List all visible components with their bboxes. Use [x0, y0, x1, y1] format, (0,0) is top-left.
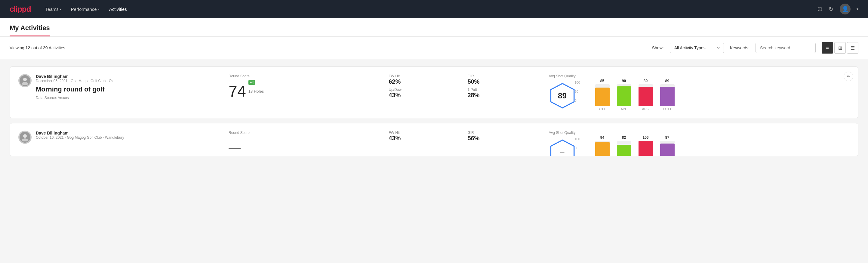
fw-hit-label: FW Hit [389, 130, 460, 135]
chevron-down-icon: ▾ [60, 7, 61, 11]
nav-item-performance[interactable]: Performance ▾ [71, 4, 99, 14]
stats-section: FW Hit 62% GIR 50% Up/Down 43% 1 Putt 28… [389, 74, 539, 99]
bar-track [595, 141, 610, 156]
page-title: My Activities [10, 18, 50, 36]
gir-value: 56% [467, 135, 539, 142]
avg-shot-value: — [560, 150, 564, 155]
list-full-icon: ☰ [850, 45, 855, 51]
bar-label: ARG [642, 107, 649, 111]
bar-group: 94OTT [595, 136, 610, 156]
viewing-prefix: Viewing [10, 46, 26, 50]
logo[interactable]: clippd [10, 4, 31, 14]
view-grid-button[interactable]: ⊞ [834, 42, 846, 54]
round-score-section: Round Score 74 +4 18 Holes [228, 74, 379, 99]
hexagon: — [549, 139, 576, 156]
nav-teams-label: Teams [45, 7, 59, 12]
up-down-label: Up/Down [389, 88, 460, 92]
view-toggle-group: ≡ ⊞ ☰ [822, 42, 858, 54]
gir-label: GIR [467, 74, 539, 78]
bar-fill [639, 87, 653, 106]
activities-content: ✏ Dave Billingham December 05, 2021 - Go… [0, 59, 868, 164]
fw-hit-label: FW Hit [389, 74, 460, 78]
up-down-value: 43% [389, 92, 460, 99]
avg-shot-label: Avg Shot Quality [549, 130, 850, 135]
gir-stat: GIR 56% [467, 130, 539, 142]
viewing-total: 29 [43, 46, 48, 50]
bar-value: 89 [665, 79, 669, 83]
bar-group: 106ARG [639, 136, 653, 156]
search-input[interactable] [755, 43, 816, 53]
viewing-suffix: Activities [48, 46, 65, 50]
gir-value: 50% [467, 78, 539, 85]
bar-fill [617, 145, 631, 156]
bar-value: 85 [600, 79, 604, 83]
bar-fill [660, 144, 675, 156]
user-avatar[interactable]: 👤 [840, 4, 850, 14]
avatar-icon [20, 132, 30, 143]
one-putt-label: 1 Putt [467, 88, 539, 92]
bar-track [639, 84, 653, 106]
bar-value: 82 [622, 136, 626, 140]
activity-date: October 16, 2021 - Gog Magog Golf Club -… [36, 136, 219, 140]
user-icon: 👤 [842, 6, 848, 12]
bar-chart-wrapper: 100 50 0 94OTT82APP106ARG87PUTT [584, 137, 675, 156]
card-left: Dave Billingham October 16, 2021 - Gog M… [18, 130, 219, 144]
bar-label: OTT [599, 107, 606, 111]
list-compact-icon: ≡ [826, 45, 829, 51]
bar-group: 89ARG [639, 79, 653, 111]
avg-shot-label: Avg Shot Quality [549, 74, 850, 78]
score-value: 74 [228, 83, 246, 99]
bar-value: 87 [665, 136, 669, 140]
bar-track [595, 84, 610, 106]
quality-content: — 100 50 0 94OTT82APP106ARG87PUTT [549, 137, 850, 156]
grid-icon: ⊞ [838, 45, 842, 51]
show-label: Show: [652, 46, 664, 50]
filter-bar: Viewing 12 out of 29 Activities Show: Al… [0, 37, 868, 59]
bar-track [660, 84, 675, 106]
bar-group: 87PUTT [660, 136, 675, 156]
hexagon-container: — [549, 139, 576, 156]
fw-hit-stat: FW Hit 43% [389, 130, 460, 142]
bar-group: 89PUTT [660, 79, 675, 111]
data-source: Data Source: Arccos [36, 96, 219, 100]
view-list-compact-button[interactable]: ≡ [822, 42, 833, 54]
activity-date: December 05, 2021 - Gog Magog Golf Club … [36, 79, 219, 83]
avg-shot-value: 89 [558, 91, 567, 100]
activity-type-select[interactable]: All Activity Types [670, 43, 724, 53]
nav-item-teams[interactable]: Teams ▾ [45, 4, 61, 14]
svg-point-4 [22, 139, 28, 141]
add-icon[interactable]: ⊕ [817, 5, 823, 13]
bar-fill [617, 86, 631, 106]
score-badge: +4 [248, 80, 255, 85]
bar-fill [639, 141, 653, 156]
round-score-label: Round Score [228, 74, 379, 78]
stats-section: FW Hit 43% GIR 56% [389, 130, 539, 142]
bar-value: 106 [643, 136, 648, 140]
bar-group: 82APP [617, 136, 631, 156]
refresh-icon[interactable]: ↻ [829, 5, 834, 12]
card-left: Dave Billingham December 05, 2021 - Gog … [18, 74, 219, 100]
account-chevron[interactable]: ▾ [857, 7, 858, 11]
keywords-label: Keywords: [730, 46, 749, 50]
viewing-middle: out of [30, 46, 43, 50]
fw-hit-value: 62% [389, 78, 460, 85]
bar-label: APP [620, 107, 627, 111]
one-putt-value: 28% [467, 92, 539, 99]
bar-value: 90 [622, 79, 626, 83]
bar-chart: 94OTT82APP106ARG87PUTT [595, 137, 675, 156]
one-putt-stat: 1 Putt 28% [467, 88, 539, 99]
svg-point-1 [22, 82, 28, 85]
avatar-icon [20, 75, 30, 86]
bar-track [617, 84, 631, 106]
player-name: Dave Billingham [36, 74, 219, 79]
view-list-full-button[interactable]: ☰ [847, 42, 858, 54]
bar-label: PUTT [663, 107, 672, 111]
bar-track [660, 141, 675, 156]
avg-shot-quality-section: Avg Shot Quality — 100 50 0 [549, 130, 850, 156]
score-main: 74 +4 18 Holes [228, 80, 379, 99]
card-info: Dave Billingham December 05, 2021 - Gog … [36, 74, 219, 100]
bar-fill [660, 87, 675, 106]
page-header: My Activities [0, 18, 868, 37]
bar-track [617, 141, 631, 156]
nav-item-activities[interactable]: Activities [109, 4, 127, 14]
